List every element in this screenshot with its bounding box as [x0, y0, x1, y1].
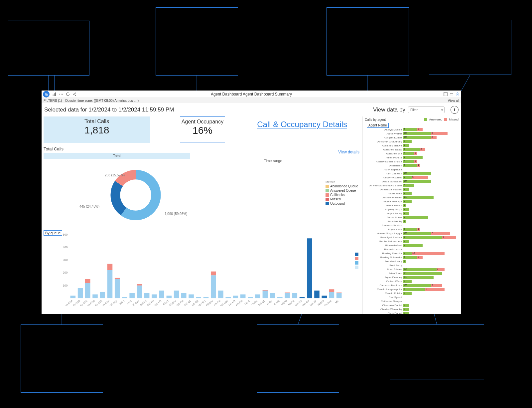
- svg-text:NleRtl: NleRtl: [281, 299, 288, 306]
- agent-row[interactable]: Al Blahach 5 1: [365, 164, 459, 167]
- filters-label[interactable]: FILTERS (1): [44, 99, 62, 102]
- agent-row[interactable]: Brett Ferry: [365, 264, 459, 267]
- agent-row[interactable]: Aarthi Weber 10 6: [365, 132, 459, 135]
- agent-name-cell: Alessy Wixonitis: [365, 176, 403, 179]
- svg-rect-85: [240, 295, 246, 298]
- by-queue-chart[interactable]: By queue 100200300400500IN-CSAIN-CSBIN-C…: [42, 232, 362, 314]
- agent-name-cell: Camilo Langanapolla: [365, 288, 403, 291]
- agent-legend-missed: Missed: [449, 118, 459, 121]
- agent-row[interactable]: Ali Fabrizio Montalvo Bustiz 4: [365, 184, 459, 187]
- agent-row[interactable]: Brendan Leary 1: [365, 260, 459, 263]
- agent-row[interactable]: Bradley Peranha 3 12: [365, 252, 459, 255]
- agent-name-cell: Anjali Sahay: [365, 212, 403, 215]
- svg-rect-94: [270, 293, 275, 298]
- agent-name-cell: Bertha Betowshere: [365, 240, 403, 243]
- agent-row[interactable]: Bradley Schmartie 5 2: [365, 256, 459, 259]
- view-by-select[interactable]: Filter ▾: [408, 106, 445, 113]
- svg-rect-107: [314, 291, 320, 298]
- svg-line-20: [73, 93, 76, 94]
- legend-outbound: Outbound: [330, 202, 345, 205]
- svg-rect-41: [92, 295, 98, 298]
- agent-row[interactable]: Bala Jyoti Reddea 14 5: [365, 236, 459, 239]
- view-all-link[interactable]: View all: [448, 99, 459, 102]
- agent-row[interactable]: Chris Danell 2: [365, 311, 459, 314]
- agent-row[interactable]: Anjali Sahay 2: [365, 212, 459, 215]
- donut-legend: Metrics Abandoned Queue Answered Queue C…: [326, 180, 358, 206]
- agent-row[interactable]: Akshay Kumar Shukla 4 1: [365, 160, 459, 163]
- chart-icon[interactable]: [52, 92, 57, 97]
- agent-row[interactable]: Angela Meritage 3: [365, 200, 459, 203]
- bar-chart-legend: [355, 252, 358, 270]
- agent-row[interactable]: Caitlen Wade 3: [365, 280, 459, 283]
- agent-row[interactable]: Aldrik Espinosa: [365, 168, 459, 171]
- agent-name-cell: Camilo Polelia: [365, 292, 403, 295]
- agent-row[interactable]: Catherine Sawyer: [365, 300, 459, 303]
- svg-rect-77: [211, 272, 216, 275]
- agent-row[interactable]: Bertha Betowshere 2: [365, 240, 459, 243]
- svg-text:Net-EU: Net-EU: [302, 299, 310, 306]
- agent-row[interactable]: Anastasia Stavilos 2: [365, 188, 459, 191]
- agent-row[interactable]: Camilo Polelia 3: [365, 292, 459, 295]
- agent-row[interactable]: Anita Chauvin 1: [365, 204, 459, 207]
- agent-row[interactable]: Alexis Sposados 10: [365, 180, 459, 183]
- three-dots-icon[interactable]: [59, 92, 64, 97]
- agent-row[interactable]: Chanraka Daniel 2: [365, 304, 459, 307]
- agent-row[interactable]: Abhijeet Kumar 10 2: [365, 136, 459, 139]
- kpi-agent-occupancy[interactable]: Agent Occupancy 16%: [180, 116, 225, 142]
- agent-row[interactable]: Abhishek Yadav 6 2: [365, 148, 459, 151]
- agent-row[interactable]: Anjaney Singh 2: [365, 208, 459, 211]
- agent-row[interactable]: Binum Mbanda: [365, 248, 459, 251]
- agent-row[interactable]: Alen Castellin 10: [365, 172, 459, 175]
- account-icon[interactable]: [455, 92, 460, 97]
- svg-rect-79: [218, 291, 223, 298]
- svg-text:FR-PM: FR-PM: [235, 299, 243, 306]
- agent-row[interactable]: Charles Wantuchy 2: [365, 307, 459, 311]
- agent-row[interactable]: Aadrya Monica 5 2: [365, 128, 459, 131]
- agent-legend-answered: Answered: [429, 118, 442, 121]
- tab-total[interactable]: Total: [44, 153, 190, 159]
- sidebar-toggle-icon[interactable]: [443, 92, 448, 97]
- call-occupancy-details-link[interactable]: Call & Occupancy Details: [257, 116, 347, 129]
- agent-row[interactable]: Brian Tomb 14: [365, 272, 459, 275]
- svg-text:GE-Fin: GE-Fin: [147, 299, 155, 306]
- agent-row[interactable]: Anna Henby 1: [365, 220, 459, 223]
- agent-row[interactable]: Andrew Williams 11: [365, 196, 459, 199]
- donut-legend-title: Metrics: [326, 180, 358, 184]
- svg-rect-87: [248, 297, 253, 298]
- agent-name-cell: Adrith Proeße: [365, 156, 403, 159]
- agent-row[interactable]: Abhishek Jha 4 1: [365, 152, 459, 155]
- app-logo-icon: la: [43, 91, 50, 98]
- view-details-link[interactable]: View details: [338, 150, 359, 154]
- agent-row[interactable]: Anmol Sonar 9: [365, 216, 459, 219]
- chevron-down-icon: ▾: [441, 108, 443, 112]
- svg-rect-76: [211, 275, 216, 298]
- agent-name-header[interactable]: Agent Name: [367, 123, 389, 128]
- agent-row[interactable]: Alessy Wixonitis 3 6: [365, 176, 459, 179]
- refresh-icon[interactable]: [66, 92, 70, 97]
- svg-rect-101: [292, 293, 298, 298]
- agent-row[interactable]: Brian Adams 12 3: [365, 268, 459, 271]
- timezone-label[interactable]: Dossier time zone: ((GMT-08:00) America …: [65, 99, 139, 102]
- donut-label-missed: 445 (24.48%): [79, 205, 99, 208]
- agent-row[interactable]: Aryan Nene 5 1: [365, 228, 459, 231]
- agent-row[interactable]: Carl Spend: [365, 296, 459, 299]
- agent-row[interactable]: Abhishek Chaudhary 3: [365, 140, 459, 143]
- callout-box-bottom-mid: [257, 324, 339, 393]
- agent-row[interactable]: Abhishek Makiya 2: [365, 144, 459, 147]
- agent-row[interactable]: Avneet Singh Saggia 10 7: [365, 232, 459, 235]
- share-icon[interactable]: [72, 92, 77, 97]
- agent-name-cell: Chanraka Daniel: [365, 304, 403, 307]
- agent-row[interactable]: Camilo Langanapolla 8 7: [365, 288, 459, 291]
- agent-name-cell: Angela Meritage: [365, 200, 403, 203]
- svg-rect-112: [329, 289, 334, 292]
- agent-row[interactable]: Andre Wilke 3: [365, 192, 459, 195]
- agent-row[interactable]: Armando Salcido: [365, 224, 459, 227]
- window-options-icon[interactable]: [449, 92, 454, 97]
- agent-row[interactable]: Bhavesh Goel 7: [365, 244, 459, 247]
- agent-row[interactable]: Cameron Honfman 10 4: [365, 284, 459, 287]
- kpi-total-calls[interactable]: Total Calls 1,818: [44, 116, 150, 143]
- agent-row[interactable]: Adrith Proeße 7: [365, 156, 459, 159]
- donut-chart[interactable]: 283 (15.57%) 445 (24.48%) 1,090 (59.96%): [42, 159, 230, 232]
- info-icon[interactable]: i: [451, 106, 459, 114]
- agent-row[interactable]: Bryan Delaney 11: [365, 276, 459, 279]
